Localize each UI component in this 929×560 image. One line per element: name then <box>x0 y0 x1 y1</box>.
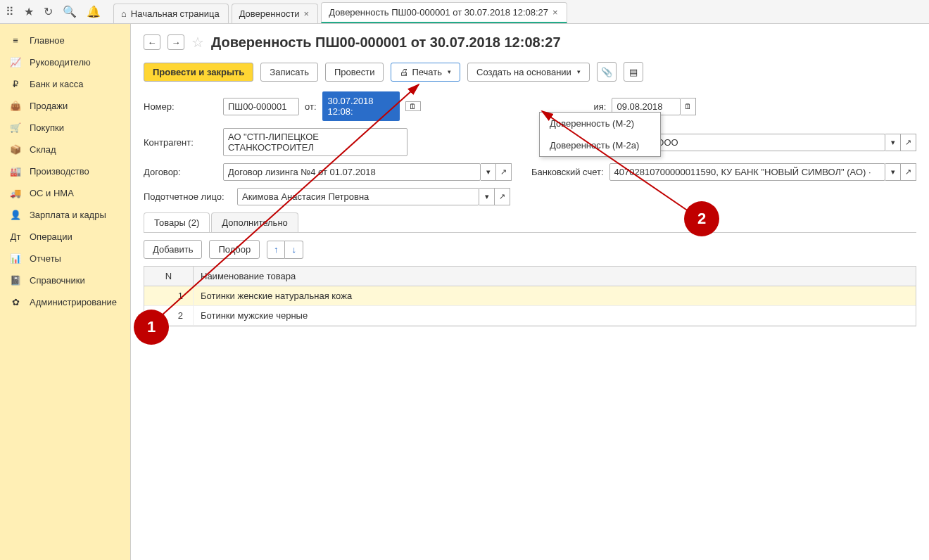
counterparty-field[interactable]: АО "СТП-ЛИПЕЦКОЕ СТАНКОСТРОИТЕЛ <box>223 128 407 156</box>
box-icon: 📦 <box>10 144 21 155</box>
col-name[interactable]: Наименование товара <box>194 267 916 286</box>
bars-icon: 📊 <box>10 253 21 264</box>
bank-field[interactable]: 40702810700000011590, КУ БАНК "НОВЫЙ СИМ… <box>609 163 885 181</box>
person-field[interactable]: Акимова Анастасия Петровна <box>237 188 479 205</box>
tab-home[interactable]: ⌂ Начальная страница <box>113 4 229 23</box>
open-icon[interactable]: ↗ <box>496 163 512 181</box>
tab-goods[interactable]: Товары (2) <box>144 212 210 232</box>
factory-icon: 🏭 <box>10 166 21 177</box>
form-row-contract: Договор: Договор лизинга №4 от 01.07.201… <box>144 163 916 181</box>
open-icon[interactable]: ↗ <box>901 163 916 181</box>
sidebar-item-admin[interactable]: ✿Администрирование <box>0 291 130 313</box>
table-toolbar: Добавить Подбор ↑ ↓ <box>144 233 916 266</box>
favorite-star-icon[interactable]: ☆ <box>191 34 204 51</box>
sidebar-item-production[interactable]: 🏭Производство <box>0 160 130 182</box>
nav-fwd-button[interactable]: → <box>168 34 184 50</box>
dropdown-icon[interactable]: ▾ <box>479 188 495 205</box>
print-menu-m2[interactable]: Доверенность (М-2) <box>540 113 660 134</box>
dropdown-icon[interactable]: ▾ <box>885 134 901 151</box>
cart-icon: 🛒 <box>10 122 21 133</box>
close-icon[interactable]: × <box>552 7 558 18</box>
sidebar-item-sales[interactable]: 👜Продажи <box>0 95 130 117</box>
open-icon[interactable]: ↗ <box>495 188 510 205</box>
tab-doverennost-doc[interactable]: Доверенность ПШ00-000001 от 30.07.2018 1… <box>321 2 567 23</box>
form-row-number: Номер: ПШ00-000001 от: 30.07.2018 12:08:… <box>144 91 916 121</box>
attachments-button[interactable]: 📎 <box>597 62 617 82</box>
chevron-down-icon: ▾ <box>448 68 451 75</box>
form-row-counterparty: Контрагент: АО "СТП-ЛИПЕЦКОЕ СТАНКОСТРОИ… <box>144 128 916 156</box>
number-field[interactable]: ПШ00-000001 <box>223 98 299 115</box>
contract-field[interactable]: Договор лизинга №4 от 01.07.2018 <box>223 163 481 181</box>
main: ← → ☆ Доверенность ПШ00-000001 от 30.07.… <box>131 24 929 560</box>
nav-back-button[interactable]: ← <box>144 34 160 50</box>
truck-icon: 🚚 <box>10 188 21 198</box>
top-icons: ⠿ ★ ↻ 🔍 🔔 <box>6 5 101 18</box>
content-tabs: Товары (2) Дополнительно <box>144 212 916 233</box>
tab-doverennosti[interactable]: Доверенности × <box>232 4 319 23</box>
page-title: Доверенность ПШ00-000001 от 30.07.2018 1… <box>211 34 561 51</box>
post-and-close-button[interactable]: Провести и закрыть <box>144 63 253 82</box>
post-button[interactable]: Провести <box>325 63 384 82</box>
annotation-marker-2: 2 <box>684 201 719 236</box>
table-header: N Наименование товара <box>144 267 916 286</box>
print-menu-m2a[interactable]: Доверенность (М-2а) <box>540 134 660 156</box>
sidebar-item-reports[interactable]: 📊Отчеты <box>0 248 130 269</box>
command-bar: Провести и закрыть Записать Провести 🖨 П… <box>144 62 916 82</box>
table-row[interactable]: 2 Ботинки мужские черные <box>144 306 916 326</box>
tab-home-label: Начальная страница <box>131 8 220 19</box>
table-row[interactable]: 1 Ботинки женские натуральная кожа <box>144 286 916 306</box>
sidebar-item-payroll[interactable]: 👤Зарплата и кадры <box>0 204 130 226</box>
home-icon: ⌂ <box>121 8 127 19</box>
sidebar-item-catalogs[interactable]: 📓Справочники <box>0 269 130 291</box>
create-based-on-button[interactable]: Создать на основании ▾ <box>467 63 590 82</box>
search-icon[interactable]: 🔍 <box>63 5 77 18</box>
chart-icon: 📈 <box>10 57 21 68</box>
dropdown-icon[interactable]: ▾ <box>481 163 496 181</box>
bag-icon: 👜 <box>10 101 21 111</box>
annotation-marker-1: 1 <box>134 310 169 345</box>
book-icon: 📓 <box>10 275 21 286</box>
sidebar-item-operations[interactable]: ДтОперации <box>0 226 130 248</box>
gear-icon: ✿ <box>10 297 21 307</box>
tab-extra[interactable]: Дополнительно <box>211 212 298 232</box>
dropdown-icon[interactable]: ▾ <box>885 163 901 181</box>
person-icon: 👤 <box>10 210 21 220</box>
top-toolbar: ⠿ ★ ↻ 🔍 🔔 ⌂ Начальная страница Доверенно… <box>0 0 929 24</box>
add-button[interactable]: Добавить <box>144 240 202 259</box>
sidebar-item-manager[interactable]: 📈Руководителю <box>0 51 130 73</box>
sidebar-item-warehouse[interactable]: 📦Склад <box>0 139 130 160</box>
open-icon[interactable]: ↗ <box>901 134 916 151</box>
date-field[interactable]: 30.07.2018 12:08: <box>322 91 400 121</box>
star-icon[interactable]: ★ <box>24 5 34 18</box>
bell-icon[interactable]: 🔔 <box>87 5 101 18</box>
history-icon[interactable]: ↻ <box>44 5 53 18</box>
sidebar-item-main[interactable]: ≡Главное <box>0 30 130 51</box>
tab-doverennost-doc-label: Доверенность ПШ00-000001 от 30.07.2018 1… <box>329 7 548 18</box>
list-icon: ≡ <box>10 35 21 46</box>
close-icon[interactable]: × <box>304 8 310 19</box>
debit-credit-icon: Дт <box>10 231 21 242</box>
tab-doverennosti-label: Доверенности <box>239 8 300 19</box>
validity-label: ия: <box>594 101 607 112</box>
save-button[interactable]: Записать <box>260 63 318 82</box>
person-label: Подотчетное лицо: <box>144 191 232 202</box>
move-up-button[interactable]: ↑ <box>267 241 285 259</box>
sidebar-item-assets[interactable]: 🚚ОС и НМА <box>0 182 130 204</box>
ot-label: от: <box>305 101 317 112</box>
form-row-person: Подотчетное лицо: Акимова Анастасия Петр… <box>144 188 916 205</box>
calendar-icon[interactable]: 🗓 <box>405 101 421 111</box>
col-number[interactable]: N <box>144 267 194 286</box>
bank-label: Банковский счет: <box>531 167 604 177</box>
calendar-icon[interactable]: 🗓 <box>681 98 696 115</box>
number-label: Номер: <box>144 101 217 112</box>
pick-button[interactable]: Подбор <box>209 240 260 259</box>
print-button[interactable]: 🖨 Печать ▾ <box>391 63 460 82</box>
tab-bar: ⌂ Начальная страница Доверенности × Дове… <box>113 0 570 23</box>
sidebar-item-bank[interactable]: ₽Банк и касса <box>0 73 130 95</box>
structure-button[interactable]: ▤ <box>624 62 643 82</box>
goods-table: N Наименование товара 1 Ботинки женские … <box>144 266 916 326</box>
move-down-button[interactable]: ↓ <box>285 241 303 259</box>
chevron-down-icon: ▾ <box>577 68 581 75</box>
menu-icon[interactable]: ⠿ <box>6 5 14 18</box>
sidebar-item-purchases[interactable]: 🛒Покупки <box>0 117 130 139</box>
